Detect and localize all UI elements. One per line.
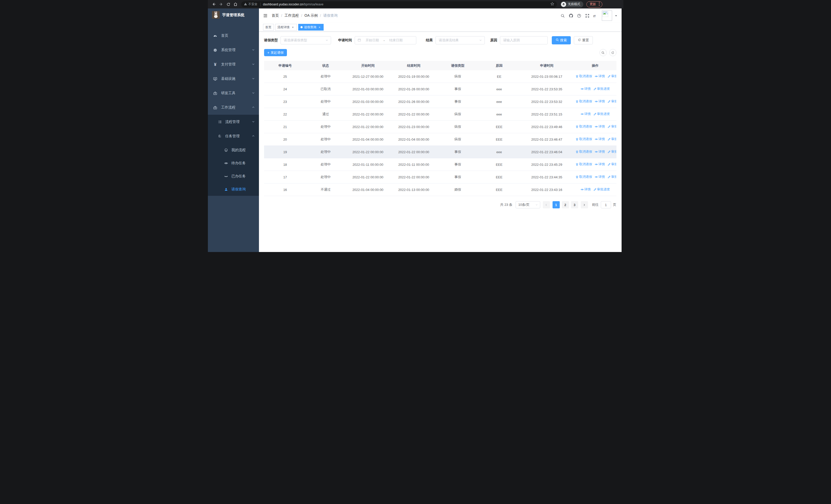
reload-icon[interactable] xyxy=(225,1,232,8)
detail-link[interactable]: 详情 xyxy=(595,124,605,129)
cell-actions: 取消请假详情审批进度 xyxy=(574,124,617,129)
sidebar-item-dev-tools[interactable]: 研发工具 xyxy=(208,86,259,100)
show-search-toggle-button[interactable] xyxy=(600,49,607,56)
pen-icon xyxy=(607,138,611,141)
sidebar-collapse-icon[interactable] xyxy=(263,13,268,18)
incognito-label: 无痕模式 xyxy=(568,2,580,6)
refresh-table-button[interactable] xyxy=(609,49,617,56)
approval-progress-link[interactable]: 审批进度 xyxy=(607,99,617,104)
insecure-warning[interactable]: 不安全 xyxy=(244,2,258,6)
github-icon[interactable] xyxy=(567,11,575,20)
page-size-select[interactable]: 10条/页 xyxy=(516,201,540,208)
app-logo-row[interactable]: 芋道管理系统 xyxy=(208,8,259,21)
back-icon[interactable] xyxy=(210,1,218,8)
sidebar-item-process-management[interactable]: 流程管理 xyxy=(208,115,259,129)
approval-progress-link[interactable]: 审批进度 xyxy=(607,175,617,179)
forward-icon[interactable] xyxy=(218,1,225,8)
sidebar-item-infrastructure[interactable]: 基础设施 xyxy=(208,71,259,86)
home-icon[interactable] xyxy=(232,1,239,8)
sidebar-item-payment[interactable]: ¥ 支付管理 xyxy=(208,57,259,71)
approval-progress-link[interactable]: 审批进度 xyxy=(607,162,617,167)
breadcrumb-home[interactable]: 首页 xyxy=(272,13,279,18)
page-button-3[interactable]: 3 xyxy=(571,201,578,208)
close-icon[interactable]: × xyxy=(291,26,295,29)
reset-button[interactable]: 重置 xyxy=(574,36,593,45)
detail-link[interactable]: 详情 xyxy=(580,112,591,116)
bookmark-star-icon[interactable] xyxy=(550,2,554,7)
cancel-leave-link[interactable]: 取消请假 xyxy=(575,74,592,79)
total-count: 共 23 条 xyxy=(500,203,513,207)
detail-link[interactable]: 详情 xyxy=(580,187,591,192)
sidebar-item-my-process[interactable]: 我的流程 xyxy=(208,144,259,156)
detail-link[interactable]: 详情 xyxy=(595,99,605,104)
search-icon[interactable] xyxy=(559,11,567,20)
address-bar[interactable]: 不安全 dashboard.yudao.iocoder.cn/bpm/oa/le… xyxy=(241,1,557,7)
table-row: 21处理中2022-01-22 00:00:002022-01-23 00:00… xyxy=(264,121,617,133)
approval-progress-link[interactable]: 审批进度 xyxy=(593,87,610,91)
sidebar-item-todo-tasks[interactable]: 待办任务 xyxy=(208,156,259,170)
cancel-leave-link[interactable]: 取消请假 xyxy=(575,175,592,179)
goto-page-input[interactable]: 1 xyxy=(601,201,611,208)
cancel-leave-link[interactable]: 取消请假 xyxy=(575,124,592,129)
trash-icon xyxy=(575,150,579,153)
cancel-leave-link[interactable]: 取消请假 xyxy=(575,99,592,104)
approval-progress-link[interactable]: 审批进度 xyxy=(607,74,617,79)
sidebar-item-system[interactable]: 系统管理 xyxy=(208,43,259,57)
page-button-1[interactable]: 1 xyxy=(552,201,560,208)
cell-apply-time: 2022-01-22 23:53:32 xyxy=(519,100,574,104)
pen-icon xyxy=(593,112,597,116)
screen: 不安全 dashboard.yudao.iocoder.cn/bpm/oa/le… xyxy=(208,0,623,252)
sidebar-item-home[interactable]: 首页 xyxy=(208,28,259,43)
next-page-button[interactable] xyxy=(581,201,588,208)
search-button[interactable]: 搜索 xyxy=(552,36,571,45)
result-select[interactable]: 请选择流结果 xyxy=(435,36,485,45)
eye-icon xyxy=(595,138,598,141)
approval-progress-link[interactable]: 审批进度 xyxy=(593,187,610,192)
close-icon[interactable]: × xyxy=(318,26,321,29)
detail-link[interactable]: 详情 xyxy=(595,175,605,179)
approval-progress-link[interactable]: 审批进度 xyxy=(607,124,617,129)
avatar[interactable] xyxy=(602,10,612,21)
reason-input[interactable]: 请输入原因 xyxy=(500,36,548,45)
pen-icon xyxy=(593,188,597,191)
browser-update-button[interactable]: 更新 xyxy=(586,1,602,7)
fullscreen-icon[interactable] xyxy=(583,11,592,20)
approval-progress-link[interactable]: 审批进度 xyxy=(593,112,610,116)
eye-icon xyxy=(595,75,598,78)
plus-icon: + xyxy=(267,51,269,54)
tab-process-detail[interactable]: 流程详情 × xyxy=(275,24,297,31)
detail-link[interactable]: 详情 xyxy=(595,162,605,167)
sidebar-item-workflow[interactable]: 工作流程 xyxy=(208,100,259,115)
leave-type-select[interactable]: 请选择请假类型 xyxy=(281,36,331,45)
sidebar-item-task-management[interactable]: 任务管理 xyxy=(208,129,259,144)
detail-link[interactable]: 详情 xyxy=(595,150,605,154)
browser-menu-icon[interactable] xyxy=(599,2,600,7)
approval-progress-link[interactable]: 审批进度 xyxy=(607,150,617,154)
cancel-leave-link[interactable]: 取消请假 xyxy=(575,162,592,167)
page-button-2[interactable]: 2 xyxy=(562,201,569,208)
cancel-leave-link[interactable]: 取消请假 xyxy=(575,137,592,141)
avatar-caret-icon[interactable] xyxy=(615,14,618,17)
approval-progress-link[interactable]: 审批进度 xyxy=(607,137,617,141)
eye-icon xyxy=(580,188,584,191)
tab-leave-query[interactable]: 请假查询 × xyxy=(298,24,324,31)
breadcrumb-current: 请假查询 xyxy=(323,13,338,18)
cancel-leave-link[interactable]: 取消请假 xyxy=(575,150,592,154)
app-title: 芋道管理系统 xyxy=(222,12,245,18)
table-row: 25处理中2021-12-27 00:00:002022-01-19 00:00… xyxy=(264,70,617,83)
detail-link[interactable]: 详情 xyxy=(595,74,605,79)
breadcrumb-workflow[interactable]: 工作流程 xyxy=(284,13,299,18)
detail-link[interactable]: 详情 xyxy=(580,87,591,91)
tab-home[interactable]: 首页 xyxy=(263,24,274,31)
help-icon[interactable] xyxy=(575,11,583,20)
apply-time-range-picker[interactable]: 开始日期 - 结束日期 xyxy=(355,36,416,45)
sidebar-item-leave-query[interactable]: 请假查询 xyxy=(208,183,259,196)
user-icon xyxy=(224,187,228,191)
detail-link[interactable]: 详情 xyxy=(595,137,605,141)
create-leave-button[interactable]: + 发起请假 xyxy=(264,49,287,56)
sidebar-item-done-tasks[interactable]: 已办任务 xyxy=(208,170,259,183)
breadcrumb-oa-example[interactable]: OA 示例 xyxy=(305,13,317,18)
prev-page-button[interactable] xyxy=(543,201,550,208)
goto-label: 前往 xyxy=(592,203,599,207)
font-size-icon[interactable]: tT xyxy=(592,11,600,20)
